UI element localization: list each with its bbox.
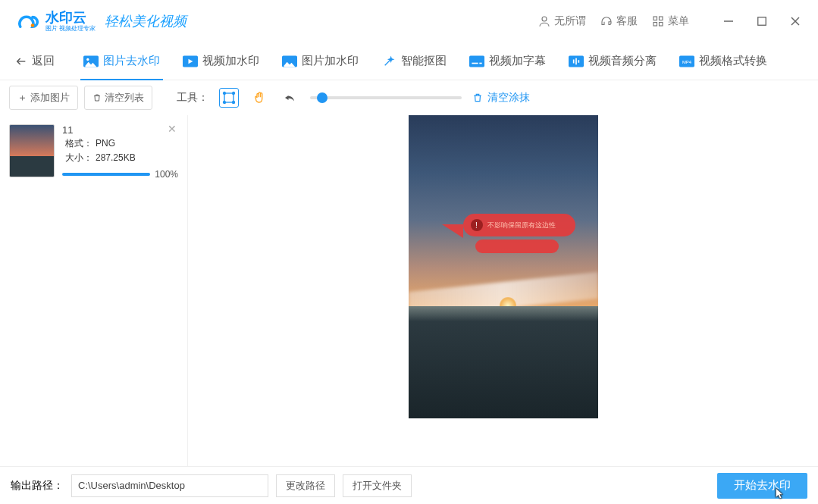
svg-rect-2 <box>653 17 657 20</box>
undo-icon <box>283 91 296 105</box>
cloud-logo-icon <box>12 10 39 33</box>
file-size: 大小：287.25KB <box>62 152 178 164</box>
open-folder-button[interactable]: 打开文件夹 <box>343 474 412 497</box>
hand-icon <box>252 91 266 105</box>
svg-point-27 <box>233 102 235 104</box>
tab-smart-cutout[interactable]: 智能抠图 <box>378 42 450 80</box>
file-progress: 100% <box>62 169 178 180</box>
svg-rect-18 <box>472 62 478 64</box>
tab-video-add-watermark[interactable]: 视频加水印 <box>180 42 262 80</box>
add-image-button[interactable]: ＋ 添加图片 <box>9 86 78 110</box>
tab-image-remove-watermark[interactable]: 图片去水印 <box>80 42 163 80</box>
svg-line-16 <box>385 59 391 65</box>
plus-icon: ＋ <box>17 91 27 105</box>
subtitle-icon <box>469 55 484 67</box>
arrow-left-icon <box>15 55 27 67</box>
svg-rect-17 <box>469 55 484 67</box>
tab-video-subtitle[interactable]: 视频加字幕 <box>466 42 549 80</box>
grid-icon <box>651 14 665 28</box>
cursor-icon <box>773 487 786 500</box>
change-path-button[interactable]: 更改路径 <box>276 474 335 497</box>
output-path-label: 输出路径： <box>11 479 64 493</box>
remove-file-button[interactable]: ✕ <box>168 123 177 135</box>
svg-rect-19 <box>479 62 481 64</box>
svg-point-0 <box>31 23 35 27</box>
file-list-item[interactable]: 11 格式：PNG 大小：287.25KB 100% ✕ <box>8 121 180 183</box>
svg-point-1 <box>542 17 547 21</box>
support-link[interactable]: 客服 <box>600 14 638 28</box>
tab-image-add-watermark[interactable]: 图片加水印 <box>279 42 362 80</box>
start-remove-watermark-button[interactable]: 开始去水印 <box>717 473 807 499</box>
clear-brush-button[interactable]: 清空涂抹 <box>472 91 530 105</box>
svg-rect-7 <box>758 17 766 26</box>
output-path-input[interactable] <box>71 474 268 497</box>
svg-rect-4 <box>653 23 657 27</box>
maximize-button[interactable] <box>751 11 773 32</box>
app-name: 水印云 <box>45 11 96 24</box>
image-plus-icon <box>282 55 297 67</box>
user-link[interactable]: 无所谓 <box>537 14 586 28</box>
audio-split-icon <box>569 55 584 67</box>
slider-thumb[interactable] <box>317 92 328 103</box>
user-icon <box>537 14 551 28</box>
navbar: 返回 图片去水印 视频加水印 图片加水印 智能抠图 视频加字幕 视频音频分离 M… <box>0 42 818 80</box>
trash-icon <box>472 92 483 103</box>
brush-size-slider[interactable] <box>310 96 462 99</box>
svg-point-26 <box>224 102 226 104</box>
undo-tool[interactable] <box>280 88 299 108</box>
trash-icon <box>92 93 102 102</box>
svg-rect-3 <box>660 17 663 20</box>
clear-list-button[interactable]: 清空列表 <box>84 86 152 110</box>
image-icon <box>83 55 99 67</box>
svg-rect-5 <box>660 23 663 27</box>
image-preview[interactable]: ! 不影响保留原有这边性 <box>409 115 598 418</box>
app-subtitle: 图片 视频处理专家 <box>45 26 96 32</box>
video-icon <box>183 55 198 67</box>
svg-text:MP4: MP4 <box>682 59 692 64</box>
close-button[interactable] <box>785 11 806 32</box>
minimize-button[interactable] <box>718 11 739 32</box>
menu-link[interactable]: 菜单 <box>651 14 689 28</box>
bottom-bar: 输出路径： 更改路径 打开文件夹 开始去水印 <box>0 466 818 504</box>
rect-select-tool[interactable] <box>219 88 239 108</box>
svg-point-12 <box>86 58 89 60</box>
back-button[interactable]: 返回 <box>15 54 55 68</box>
file-thumbnail <box>9 124 55 177</box>
watermark-overlay: ! 不影响保留原有这边性 <box>447 214 575 258</box>
wand-icon <box>381 55 396 67</box>
convert-icon: MP4 <box>679 55 694 67</box>
workspace: 11 格式：PNG 大小：287.25KB 100% ✕ ! 不影响保留原有这边… <box>0 115 818 466</box>
file-format: 格式：PNG <box>62 137 178 150</box>
tab-video-format-convert[interactable]: MP4 视频格式转换 <box>676 42 770 80</box>
app-slogan: 轻松美化视频 <box>105 12 186 30</box>
headset-icon <box>600 14 613 28</box>
svg-rect-23 <box>224 93 233 102</box>
file-list-sidebar: 11 格式：PNG 大小：287.25KB 100% ✕ <box>0 115 188 466</box>
warning-icon: ! <box>471 219 483 231</box>
svg-point-24 <box>224 92 226 95</box>
svg-point-25 <box>233 92 235 95</box>
titlebar: 水印云 图片 视频处理专家 轻松美化视频 无所谓 客服 菜单 <box>0 0 818 42</box>
selection-icon <box>222 91 236 105</box>
canvas-area: ! 不影响保留原有这边性 <box>188 115 818 466</box>
tab-video-audio-split[interactable]: 视频音频分离 <box>566 42 660 80</box>
toolbar-row: ＋ 添加图片 清空列表 工具： 清空涂抹 <box>0 80 818 115</box>
file-name: 11 <box>62 124 178 136</box>
app-logo: 水印云 图片 视频处理专家 <box>12 10 96 33</box>
hand-tool[interactable] <box>249 88 269 108</box>
tools-label: 工具： <box>177 91 208 105</box>
